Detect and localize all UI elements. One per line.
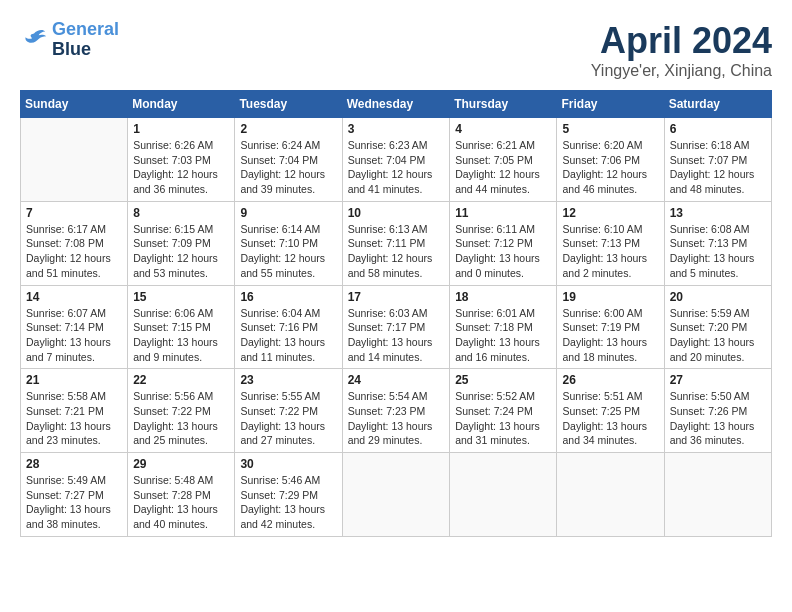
week-row-3: 14Sunrise: 6:07 AMSunset: 7:14 PMDayligh… — [21, 285, 772, 369]
day-info: Sunrise: 5:51 AMSunset: 7:25 PMDaylight:… — [562, 389, 658, 448]
day-info: Sunrise: 6:07 AMSunset: 7:14 PMDaylight:… — [26, 306, 122, 365]
calendar-cell: 18Sunrise: 6:01 AMSunset: 7:18 PMDayligh… — [450, 285, 557, 369]
day-info: Sunrise: 6:24 AMSunset: 7:04 PMDaylight:… — [240, 138, 336, 197]
calendar-cell: 10Sunrise: 6:13 AMSunset: 7:11 PMDayligh… — [342, 201, 450, 285]
calendar-cell: 27Sunrise: 5:50 AMSunset: 7:26 PMDayligh… — [664, 369, 771, 453]
calendar-cell: 17Sunrise: 6:03 AMSunset: 7:17 PMDayligh… — [342, 285, 450, 369]
calendar-cell: 24Sunrise: 5:54 AMSunset: 7:23 PMDayligh… — [342, 369, 450, 453]
day-info: Sunrise: 6:08 AMSunset: 7:13 PMDaylight:… — [670, 222, 766, 281]
page-header: General Blue April 2024 Yingye'er, Xinji… — [20, 20, 772, 80]
day-number: 1 — [133, 122, 229, 136]
logo: General Blue — [20, 20, 119, 60]
calendar-cell: 5Sunrise: 6:20 AMSunset: 7:06 PMDaylight… — [557, 118, 664, 202]
day-number: 28 — [26, 457, 122, 471]
logo-icon — [20, 26, 48, 54]
location: Yingye'er, Xinjiang, China — [591, 62, 772, 80]
day-info: Sunrise: 5:55 AMSunset: 7:22 PMDaylight:… — [240, 389, 336, 448]
calendar-cell — [342, 453, 450, 537]
day-info: Sunrise: 6:23 AMSunset: 7:04 PMDaylight:… — [348, 138, 445, 197]
day-info: Sunrise: 6:11 AMSunset: 7:12 PMDaylight:… — [455, 222, 551, 281]
day-info: Sunrise: 6:06 AMSunset: 7:15 PMDaylight:… — [133, 306, 229, 365]
day-number: 5 — [562, 122, 658, 136]
day-info: Sunrise: 6:26 AMSunset: 7:03 PMDaylight:… — [133, 138, 229, 197]
calendar-cell — [664, 453, 771, 537]
day-info: Sunrise: 5:56 AMSunset: 7:22 PMDaylight:… — [133, 389, 229, 448]
day-number: 23 — [240, 373, 336, 387]
calendar-cell: 26Sunrise: 5:51 AMSunset: 7:25 PMDayligh… — [557, 369, 664, 453]
day-info: Sunrise: 5:49 AMSunset: 7:27 PMDaylight:… — [26, 473, 122, 532]
calendar-cell — [450, 453, 557, 537]
calendar-cell — [21, 118, 128, 202]
day-number: 13 — [670, 206, 766, 220]
day-info: Sunrise: 5:59 AMSunset: 7:20 PMDaylight:… — [670, 306, 766, 365]
day-info: Sunrise: 6:03 AMSunset: 7:17 PMDaylight:… — [348, 306, 445, 365]
month-title: April 2024 — [591, 20, 772, 62]
weekday-header-friday: Friday — [557, 91, 664, 118]
day-number: 4 — [455, 122, 551, 136]
calendar-cell: 1Sunrise: 6:26 AMSunset: 7:03 PMDaylight… — [128, 118, 235, 202]
day-info: Sunrise: 6:17 AMSunset: 7:08 PMDaylight:… — [26, 222, 122, 281]
calendar-cell: 11Sunrise: 6:11 AMSunset: 7:12 PMDayligh… — [450, 201, 557, 285]
day-number: 21 — [26, 373, 122, 387]
calendar-cell: 28Sunrise: 5:49 AMSunset: 7:27 PMDayligh… — [21, 453, 128, 537]
day-number: 3 — [348, 122, 445, 136]
day-info: Sunrise: 6:18 AMSunset: 7:07 PMDaylight:… — [670, 138, 766, 197]
day-number: 24 — [348, 373, 445, 387]
day-info: Sunrise: 5:54 AMSunset: 7:23 PMDaylight:… — [348, 389, 445, 448]
logo-text: General Blue — [52, 20, 119, 60]
day-number: 7 — [26, 206, 122, 220]
calendar-cell: 13Sunrise: 6:08 AMSunset: 7:13 PMDayligh… — [664, 201, 771, 285]
day-number: 30 — [240, 457, 336, 471]
calendar-cell: 14Sunrise: 6:07 AMSunset: 7:14 PMDayligh… — [21, 285, 128, 369]
day-info: Sunrise: 5:48 AMSunset: 7:28 PMDaylight:… — [133, 473, 229, 532]
day-number: 20 — [670, 290, 766, 304]
day-number: 16 — [240, 290, 336, 304]
title-block: April 2024 Yingye'er, Xinjiang, China — [591, 20, 772, 80]
calendar-cell: 2Sunrise: 6:24 AMSunset: 7:04 PMDaylight… — [235, 118, 342, 202]
day-info: Sunrise: 5:50 AMSunset: 7:26 PMDaylight:… — [670, 389, 766, 448]
week-row-4: 21Sunrise: 5:58 AMSunset: 7:21 PMDayligh… — [21, 369, 772, 453]
calendar-table: SundayMondayTuesdayWednesdayThursdayFrid… — [20, 90, 772, 537]
calendar-cell: 20Sunrise: 5:59 AMSunset: 7:20 PMDayligh… — [664, 285, 771, 369]
day-info: Sunrise: 6:04 AMSunset: 7:16 PMDaylight:… — [240, 306, 336, 365]
calendar-cell — [557, 453, 664, 537]
day-number: 6 — [670, 122, 766, 136]
weekday-header-row: SundayMondayTuesdayWednesdayThursdayFrid… — [21, 91, 772, 118]
day-number: 14 — [26, 290, 122, 304]
calendar-cell: 8Sunrise: 6:15 AMSunset: 7:09 PMDaylight… — [128, 201, 235, 285]
calendar-cell: 30Sunrise: 5:46 AMSunset: 7:29 PMDayligh… — [235, 453, 342, 537]
day-number: 8 — [133, 206, 229, 220]
day-info: Sunrise: 6:15 AMSunset: 7:09 PMDaylight:… — [133, 222, 229, 281]
day-info: Sunrise: 6:13 AMSunset: 7:11 PMDaylight:… — [348, 222, 445, 281]
weekday-header-thursday: Thursday — [450, 91, 557, 118]
day-number: 17 — [348, 290, 445, 304]
day-info: Sunrise: 6:20 AMSunset: 7:06 PMDaylight:… — [562, 138, 658, 197]
calendar-cell: 4Sunrise: 6:21 AMSunset: 7:05 PMDaylight… — [450, 118, 557, 202]
day-info: Sunrise: 6:00 AMSunset: 7:19 PMDaylight:… — [562, 306, 658, 365]
calendar-cell: 29Sunrise: 5:48 AMSunset: 7:28 PMDayligh… — [128, 453, 235, 537]
calendar-cell: 15Sunrise: 6:06 AMSunset: 7:15 PMDayligh… — [128, 285, 235, 369]
day-number: 12 — [562, 206, 658, 220]
weekday-header-wednesday: Wednesday — [342, 91, 450, 118]
day-info: Sunrise: 5:58 AMSunset: 7:21 PMDaylight:… — [26, 389, 122, 448]
day-number: 18 — [455, 290, 551, 304]
day-info: Sunrise: 6:21 AMSunset: 7:05 PMDaylight:… — [455, 138, 551, 197]
day-number: 26 — [562, 373, 658, 387]
day-info: Sunrise: 6:10 AMSunset: 7:13 PMDaylight:… — [562, 222, 658, 281]
day-info: Sunrise: 6:01 AMSunset: 7:18 PMDaylight:… — [455, 306, 551, 365]
day-info: Sunrise: 5:52 AMSunset: 7:24 PMDaylight:… — [455, 389, 551, 448]
day-number: 9 — [240, 206, 336, 220]
calendar-cell: 19Sunrise: 6:00 AMSunset: 7:19 PMDayligh… — [557, 285, 664, 369]
day-info: Sunrise: 6:14 AMSunset: 7:10 PMDaylight:… — [240, 222, 336, 281]
calendar-cell: 12Sunrise: 6:10 AMSunset: 7:13 PMDayligh… — [557, 201, 664, 285]
weekday-header-monday: Monday — [128, 91, 235, 118]
calendar-cell: 25Sunrise: 5:52 AMSunset: 7:24 PMDayligh… — [450, 369, 557, 453]
calendar-cell: 23Sunrise: 5:55 AMSunset: 7:22 PMDayligh… — [235, 369, 342, 453]
day-number: 10 — [348, 206, 445, 220]
calendar-cell: 9Sunrise: 6:14 AMSunset: 7:10 PMDaylight… — [235, 201, 342, 285]
week-row-1: 1Sunrise: 6:26 AMSunset: 7:03 PMDaylight… — [21, 118, 772, 202]
weekday-header-sunday: Sunday — [21, 91, 128, 118]
day-number: 22 — [133, 373, 229, 387]
week-row-2: 7Sunrise: 6:17 AMSunset: 7:08 PMDaylight… — [21, 201, 772, 285]
weekday-header-saturday: Saturday — [664, 91, 771, 118]
